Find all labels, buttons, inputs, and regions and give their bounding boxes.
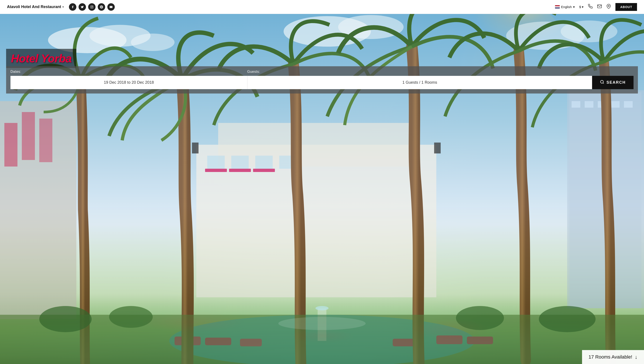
us-flag-icon bbox=[555, 5, 560, 8]
svg-point-45 bbox=[109, 306, 153, 328]
svg-point-44 bbox=[39, 306, 92, 332]
svg-line-52 bbox=[603, 83, 604, 84]
language-chevron: ▾ bbox=[573, 5, 575, 9]
search-icon bbox=[600, 80, 604, 85]
svg-point-46 bbox=[456, 306, 504, 330]
facebook-icon[interactable] bbox=[69, 3, 76, 11]
guests-label: Guests: bbox=[247, 70, 633, 74]
svg-rect-24 bbox=[4, 123, 18, 166]
currency-chevron: ▾ bbox=[582, 5, 583, 9]
navbar: Atavoli Hotel And Restaurant ▾ bbox=[0, 0, 644, 14]
language-selector[interactable]: English ▾ bbox=[555, 5, 575, 9]
svg-rect-0 bbox=[91, 6, 93, 8]
search-button[interactable]: SEARCH bbox=[592, 76, 633, 89]
brand-name: Atavoli Hotel And Restaurant bbox=[7, 4, 61, 9]
search-inputs: SEARCH bbox=[11, 76, 633, 89]
svg-point-36 bbox=[315, 306, 329, 310]
svg-rect-18 bbox=[255, 156, 273, 169]
twitter-icon[interactable] bbox=[79, 3, 86, 11]
instagram-icon[interactable] bbox=[88, 3, 96, 11]
navbar-right: English ▾ $ ▾ ABOUT bbox=[555, 3, 637, 11]
rooms-available-text: 17 Rooms Available! bbox=[589, 354, 632, 360]
svg-rect-16 bbox=[207, 156, 225, 169]
svg-rect-17 bbox=[231, 156, 249, 169]
search-container: Dates: Guests: SEARCH bbox=[0, 66, 644, 94]
dates-label: Dates: bbox=[11, 70, 247, 74]
svg-rect-21 bbox=[229, 169, 251, 172]
svg-rect-30 bbox=[585, 101, 593, 108]
svg-point-48 bbox=[278, 317, 366, 330]
svg-rect-29 bbox=[572, 101, 580, 108]
svg-point-51 bbox=[600, 80, 603, 83]
guests-input[interactable] bbox=[247, 76, 592, 89]
brand-chevron: ▾ bbox=[62, 6, 64, 8]
svg-point-9 bbox=[131, 34, 175, 51]
social-icons bbox=[69, 3, 115, 11]
svg-point-4 bbox=[608, 5, 609, 6]
youtube-icon[interactable] bbox=[107, 3, 115, 11]
svg-rect-49 bbox=[192, 142, 198, 154]
pinterest-icon[interactable] bbox=[98, 3, 105, 11]
svg-rect-25 bbox=[22, 112, 35, 160]
brand[interactable]: Atavoli Hotel And Restaurant ▾ bbox=[7, 4, 64, 9]
svg-point-1 bbox=[91, 6, 93, 8]
svg-point-2 bbox=[93, 6, 93, 6]
hotel-name: Hotel Yorba bbox=[11, 52, 72, 65]
hotel-name-badge: Hotel Yorba bbox=[6, 49, 76, 68]
date-input[interactable] bbox=[11, 76, 247, 89]
svg-rect-50 bbox=[434, 142, 441, 154]
search-labels: Dates: Guests: bbox=[11, 70, 633, 74]
svg-rect-33 bbox=[624, 101, 633, 108]
svg-rect-26 bbox=[39, 118, 52, 162]
hero-section: Hotel Yorba Dates: Guests: SEARCH bbox=[0, 14, 644, 364]
currency-selector[interactable]: $ ▾ bbox=[579, 5, 583, 9]
language-label: English bbox=[561, 5, 572, 9]
svg-rect-32 bbox=[611, 101, 619, 108]
location-icon[interactable] bbox=[606, 4, 611, 10]
svg-rect-20 bbox=[205, 169, 227, 172]
phone-icon[interactable] bbox=[588, 4, 593, 10]
rooms-badge[interactable]: 17 Rooms Available! ↓ bbox=[582, 350, 644, 364]
search-bar: Dates: Guests: SEARCH bbox=[6, 66, 638, 94]
email-icon[interactable] bbox=[597, 4, 602, 10]
search-label: SEARCH bbox=[606, 80, 626, 85]
currency-symbol: $ bbox=[579, 5, 581, 9]
svg-point-47 bbox=[539, 306, 595, 332]
rooms-arrow-icon: ↓ bbox=[635, 354, 637, 360]
about-button[interactable]: ABOUT bbox=[615, 3, 637, 11]
navbar-left: Atavoli Hotel And Restaurant ▾ bbox=[7, 3, 115, 11]
svg-rect-22 bbox=[253, 169, 275, 172]
